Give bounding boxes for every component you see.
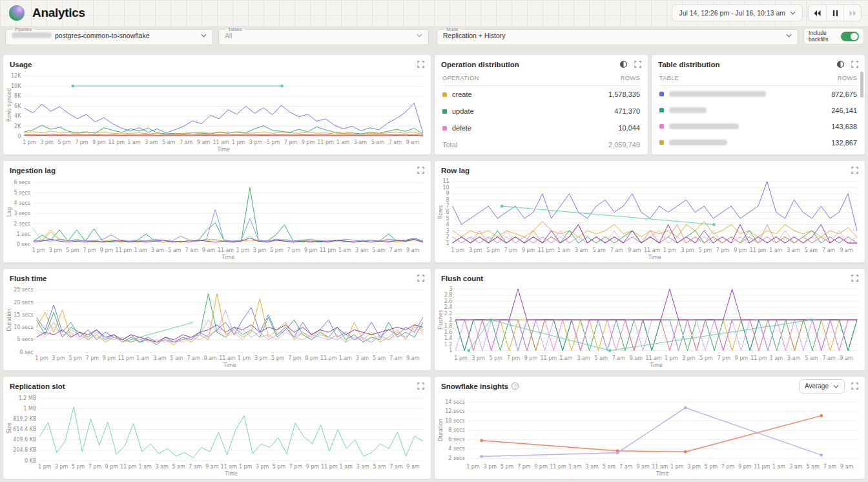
operation-row[interactable]: update 471,370 xyxy=(442,103,640,120)
expand-button[interactable] xyxy=(417,61,424,68)
operation-label: create xyxy=(452,90,472,98)
svg-text:7 am: 7 am xyxy=(389,140,402,145)
operation-row[interactable]: delete 10,044 xyxy=(442,120,640,136)
svg-text:3 am: 3 am xyxy=(151,247,165,253)
replication-slot-chart[interactable]: 0 KB204.8 KB409.6 KB614.4 KB819.2 KB1 MB… xyxy=(6,391,428,477)
svg-text:Duration: Duration xyxy=(6,309,12,331)
rows-value: 132,867 xyxy=(831,139,857,147)
card-title: Flush time xyxy=(10,275,47,282)
usage-chart[interactable]: 02K4K6K8K10K12K1 pm3 pm5 pm7 pm9 pm11 pm… xyxy=(6,69,428,153)
svg-text:8 secs: 8 secs xyxy=(448,427,464,433)
redacted-text xyxy=(12,32,52,38)
rewind-button[interactable] xyxy=(809,5,826,21)
flush-count-chart[interactable]: 11.21.41.61.822.22.42.62.831 pm3 pm5 pm7… xyxy=(437,283,862,369)
svg-text:4: 4 xyxy=(446,222,450,227)
operation-row[interactable]: create 1,578,335 xyxy=(442,86,640,103)
svg-text:7 pm: 7 pm xyxy=(517,464,531,470)
aggregation-select[interactable]: Average xyxy=(799,379,845,393)
card-title: Table distribution xyxy=(658,61,720,68)
svg-text:11: 11 xyxy=(442,178,449,184)
expand-button[interactable] xyxy=(417,167,424,174)
help-icon[interactable]: ? xyxy=(512,382,519,390)
pipeline-value: postgres-common-to-snowflake xyxy=(55,32,149,39)
redacted-table-name xyxy=(669,123,739,129)
series-color-swatch xyxy=(659,124,664,129)
pie-chart-toggle-button[interactable] xyxy=(619,60,628,68)
row-lag-chart[interactable]: 12345678910111 pm3 pm5 pm7 pm9 pm11 pm1 … xyxy=(437,175,862,261)
expand-button[interactable] xyxy=(417,275,424,282)
svg-text:3 pm: 3 pm xyxy=(40,140,54,145)
rows-value: 10,044 xyxy=(618,124,640,132)
analytics-page: Analytics Jul 14, 12:26 pm - Jul 16, 10:… xyxy=(0,0,868,482)
svg-text:9 pm: 9 pm xyxy=(92,140,106,145)
svg-text:1 pm: 1 pm xyxy=(239,464,253,470)
series-color-swatch xyxy=(442,126,447,131)
svg-text:9 am: 9 am xyxy=(840,355,854,361)
expand-button[interactable] xyxy=(851,275,858,282)
svg-text:7 am: 7 am xyxy=(185,247,199,253)
flush-time-chart[interactable]: 0 sec5 secs10 secs15 secs20 secs25 secs1… xyxy=(6,283,428,369)
svg-text:7 pm: 7 pm xyxy=(288,355,302,361)
table-row[interactable]: 143,638 xyxy=(659,118,857,134)
card-title: Usage xyxy=(10,61,32,68)
snowflake-insights-chart[interactable]: 2 secs4 secs6 secs8 secs10 secs12 secs14… xyxy=(437,395,862,477)
table-row[interactable]: 872,675 xyxy=(659,86,857,102)
table-row[interactable]: 246,141 xyxy=(659,102,857,118)
scrollbar-thumb[interactable] xyxy=(860,72,863,98)
ingestion-lag-chart[interactable]: 0 sec1 sec2 secs3 secs4 secs5 secs6 secs… xyxy=(6,175,428,261)
pie-chart-toggle-button[interactable] xyxy=(836,60,845,68)
date-range-value: Jul 14, 12:26 pm - Jul 16, 10:13 am xyxy=(679,9,785,17)
column-header-rows: ROWS xyxy=(838,75,857,81)
svg-text:11 pm: 11 pm xyxy=(320,355,337,361)
svg-text:Size: Size xyxy=(6,423,12,434)
expand-icon xyxy=(417,275,424,282)
fast-forward-button[interactable] xyxy=(843,5,861,21)
svg-text:11 pm: 11 pm xyxy=(108,140,125,145)
table-row[interactable]: 84,567 xyxy=(659,151,857,155)
card-title: Snowflake insights xyxy=(441,382,508,390)
table-row[interactable]: 132,867 xyxy=(659,134,857,151)
svg-text:9 am: 9 am xyxy=(628,247,641,253)
expand-button[interactable] xyxy=(851,61,858,68)
svg-text:2.8: 2.8 xyxy=(444,292,453,298)
series-color-swatch xyxy=(659,92,664,96)
svg-text:11 am: 11 am xyxy=(219,355,236,361)
expand-button[interactable] xyxy=(417,382,424,390)
include-backfills-switch[interactable] xyxy=(841,32,859,41)
date-range-picker[interactable]: Jul 14, 12:26 pm - Jul 16, 10:13 am xyxy=(672,5,803,21)
svg-text:5 am: 5 am xyxy=(168,247,181,253)
pipeline-select[interactable]: Pipeline postgres-common-to-snowflake xyxy=(5,27,213,45)
pause-button[interactable] xyxy=(826,5,843,21)
svg-text:9 am: 9 am xyxy=(406,247,420,253)
expand-button[interactable] xyxy=(634,61,641,68)
svg-text:7 am: 7 am xyxy=(822,355,836,361)
svg-text:1: 1 xyxy=(446,240,450,246)
svg-text:5 secs: 5 secs xyxy=(14,190,30,196)
svg-text:1 pm: 1 pm xyxy=(23,140,36,145)
svg-text:1 am: 1 am xyxy=(136,355,150,361)
mode-select[interactable]: Mode Replication + History xyxy=(437,27,798,45)
expand-button[interactable] xyxy=(851,382,858,390)
series-color-swatch xyxy=(442,109,447,114)
tables-select[interactable]: Tables All xyxy=(218,27,429,45)
svg-text:10 secs: 10 secs xyxy=(14,324,33,330)
svg-text:5 pm: 5 pm xyxy=(699,247,712,253)
svg-text:7 am: 7 am xyxy=(389,464,403,470)
svg-text:5 pm: 5 pm xyxy=(486,247,500,253)
svg-text:3 pm: 3 pm xyxy=(254,355,268,361)
svg-text:3 pm: 3 pm xyxy=(52,355,65,361)
svg-text:5 pm: 5 pm xyxy=(699,355,713,361)
svg-text:1 pm: 1 pm xyxy=(670,464,684,470)
svg-text:0: 0 xyxy=(17,134,21,140)
svg-text:7 pm: 7 pm xyxy=(88,464,102,470)
svg-text:Flushes: Flushes xyxy=(438,310,444,330)
svg-text:1 am: 1 am xyxy=(338,247,352,253)
svg-text:819.2 KB: 819.2 KB xyxy=(13,416,36,422)
svg-text:1 am: 1 am xyxy=(769,247,783,253)
svg-text:7 pm: 7 pm xyxy=(287,247,301,253)
svg-text:5 am: 5 am xyxy=(595,355,608,361)
svg-text:3 am: 3 am xyxy=(575,247,588,253)
chevron-down-icon xyxy=(833,384,839,388)
rows-value: 872,675 xyxy=(831,90,857,98)
expand-button[interactable] xyxy=(851,167,858,174)
